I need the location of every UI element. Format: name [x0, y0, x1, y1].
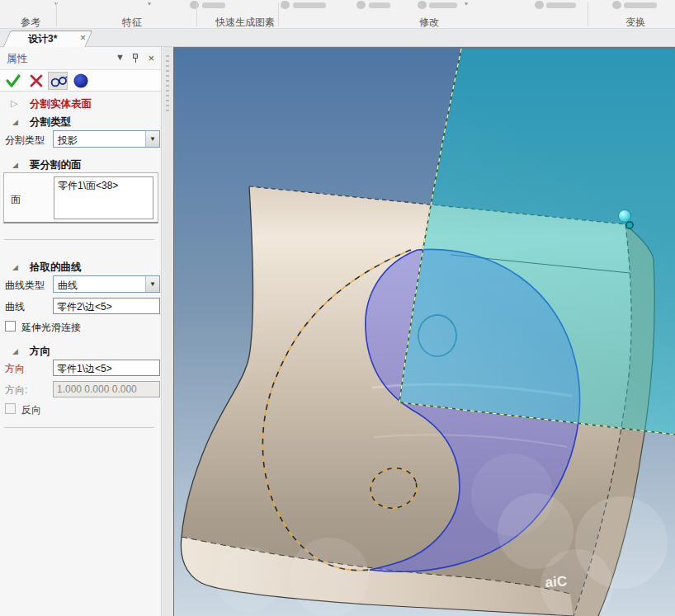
section-curves-header[interactable]: ◢ 拾取的曲线 [0, 261, 161, 274]
ribbon-icon-fragment [612, 1, 621, 9]
sphere-icon [71, 72, 91, 90]
face-list-value[interactable]: 零件1\面<38> [58, 179, 118, 193]
ribbon-icon-fragment [281, 1, 290, 9]
ribbon-separator [56, 2, 57, 26]
ribbon-separator [588, 2, 588, 26]
split-type-row: 分割类型 投影 ▼ [0, 130, 161, 148]
reverse-label: 反向 [21, 403, 41, 417]
tab-label: 设计3* [28, 32, 57, 46]
ribbon-group-quick-sketch[interactable]: 快速生成图素 [215, 16, 275, 30]
dropdown-arrow[interactable]: ▼ [145, 131, 159, 147]
extend-smooth-checkbox[interactable] [5, 321, 16, 332]
panel-toolbar [0, 69, 161, 92]
curve-type-label: 曲线类型 [5, 279, 45, 293]
expander-expanded-icon[interactable]: ◢ [12, 347, 18, 355]
section-direction-header[interactable]: ◢ 方向 [0, 345, 161, 358]
extend-smooth-label: 延伸光滑连接 [21, 321, 81, 335]
splitter-grip [166, 55, 169, 113]
glasses-icon [49, 73, 68, 91]
ribbon-group-feature[interactable]: 特征 [122, 16, 142, 30]
ok-button[interactable] [3, 72, 23, 90]
ribbon-icon-fragment [293, 2, 326, 8]
dropdown-arrow[interactable]: ▼ [145, 276, 159, 292]
direction-input[interactable]: 零件1\边<5> [53, 360, 160, 376]
section-faces-header[interactable]: ◢ 要分割的面 [0, 158, 161, 172]
ribbon-icon-fragment [369, 2, 390, 8]
curve-label: 曲线 [5, 300, 25, 314]
ribbon-icon-fragment [190, 1, 199, 9]
cancel-button[interactable] [26, 72, 46, 90]
ribbon-icon-fragment [356, 1, 366, 9]
feature-title: 分割实体表面 [30, 97, 92, 111]
preview-glasses-button[interactable] [48, 72, 68, 90]
split-type-dropdown[interactable]: 投影 ▼ [53, 130, 160, 148]
expander-expanded-icon[interactable]: ◢ [12, 263, 18, 271]
expander-expanded-icon[interactable]: ◢ [12, 118, 18, 126]
ribbon-separator [278, 2, 279, 26]
ribbon-separator [196, 2, 197, 26]
chevron-down-icon: ▼ [149, 280, 156, 288]
section-split-type-header[interactable]: ◢ 分割类型 [0, 115, 161, 129]
curve-type-dropdown[interactable]: 曲线 ▼ [53, 275, 160, 293]
curve-type-row: 曲线类型 曲线 ▼ [0, 275, 161, 294]
extend-smooth-row: 延伸光滑连接 [0, 320, 161, 333]
section-title: 要分割的面 [30, 158, 82, 172]
reverse-row: 反向 [0, 402, 161, 416]
pin-stem [135, 59, 136, 63]
panel-title: 属性 [7, 52, 27, 66]
ribbon-dropdown-fragment: ▾ [465, 0, 468, 7]
ribbon-group-reference[interactable]: 参考 [21, 16, 40, 30]
ball-display-button[interactable] [71, 72, 91, 90]
expander-collapsed-icon[interactable]: ▷ [11, 98, 17, 109]
divider [4, 427, 154, 428]
ribbon-icon-fragment [429, 2, 457, 8]
face-listbox[interactable]: 零件1\面<38> [54, 176, 153, 219]
direction-vector-label: 方向: [5, 383, 27, 397]
section-title: 拾取的曲线 [30, 261, 82, 275]
viewport-canvas[interactable]: aiC [174, 49, 675, 616]
ribbon-icon-fragment [624, 2, 657, 8]
ribbon-icon-fragment [546, 2, 576, 8]
dropdown-value: 曲线 [58, 279, 78, 293]
viewport-3d[interactable]: aiC [173, 47, 675, 616]
panel-close-icon[interactable]: × [148, 52, 154, 64]
direction-label: 方向 [5, 362, 25, 376]
panel-pin-icon[interactable] [131, 54, 139, 63]
panel-collapse-icon[interactable]: ▼ [116, 52, 125, 62]
face-label: 面 [11, 193, 21, 207]
ribbon-group-modify[interactable]: 修改 [419, 16, 439, 30]
properties-panel: 属性 ▼ × [0, 47, 162, 616]
section-title: 方向 [30, 345, 50, 359]
divider [4, 239, 154, 240]
chevron-down-icon: ▼ [149, 135, 156, 143]
ribbon-icon-fragment [202, 2, 225, 8]
ribbon: ▾ ▾ ▾ 参考 特征 快速生成图素 修改 变换 [0, 0, 675, 29]
panel-splitter[interactable] [163, 47, 173, 616]
expander-expanded-icon[interactable]: ◢ [12, 161, 18, 169]
split-type-label: 分割类型 [5, 134, 45, 148]
tab-close-icon[interactable]: × [80, 32, 86, 44]
feature-row[interactable]: ▷ 分割实体表面 [0, 96, 161, 111]
direction-vector-row: 方向: 1.000 0.000 0.000 [0, 381, 161, 397]
direction-vector-input: 1.000 0.000 0.000 [53, 381, 160, 397]
ribbon-dropdown-fragment: ▾ [148, 0, 151, 7]
ribbon-icon-fragment [418, 1, 427, 9]
section-title: 分割类型 [30, 115, 71, 129]
faces-groupbox: 面 零件1\面<38> [3, 172, 158, 223]
direction-row: 方向 零件1\边<5> [0, 360, 161, 376]
document-tabbar: 设计3* × [0, 29, 675, 47]
panel-header: 属性 ▼ × [0, 49, 161, 68]
watermark-text: aiC [545, 573, 568, 590]
ribbon-group-transform[interactable]: 变换 [625, 16, 645, 30]
tab-design3[interactable]: 设计3* × [7, 31, 89, 47]
ribbon-icon-fragment [535, 1, 544, 9]
dropdown-value: 投影 [58, 134, 78, 148]
reverse-checkbox[interactable] [5, 403, 16, 414]
curve-input[interactable]: 零件2\边<5> [53, 298, 160, 314]
curve-row: 曲线 零件2\边<5> [0, 298, 161, 314]
